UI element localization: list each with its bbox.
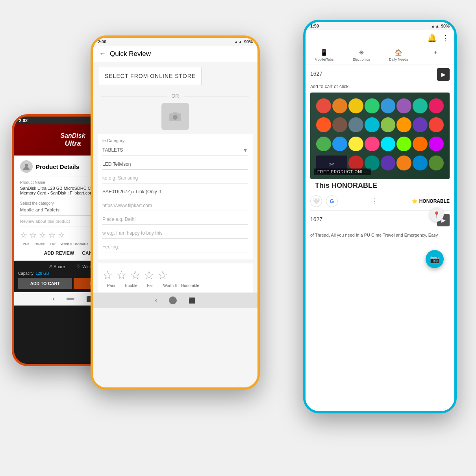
home-nav-button[interactable] (67, 298, 74, 300)
middle-star-3[interactable]: ☆ (130, 268, 141, 282)
label-worth-it: Worth It (60, 242, 72, 246)
link-url-value: https://www.flipkart.com (102, 203, 152, 208)
m-label-honorable: Honorable (181, 283, 198, 288)
middle-star-4[interactable]: ☆ (144, 268, 154, 282)
category-value: Mobile and Tablets (20, 207, 60, 212)
link-url-field[interactable]: https://www.flipkart.com (102, 200, 248, 211)
share-button[interactable]: ↗ Share (48, 264, 65, 269)
m-label-pain: Pain (102, 283, 120, 288)
product-id-2: 1627 (310, 216, 322, 222)
svg-point-0 (25, 164, 28, 167)
star-icon: ⭐ (412, 198, 418, 204)
nav-electronics[interactable]: ✳ Electronics (343, 46, 380, 65)
nav-more[interactable]: + (417, 46, 455, 65)
middle-star-labels: Pain Trouble Fair Worth It Honorable (102, 283, 248, 288)
nav-daily-needs-label: Daily Needs (389, 57, 408, 61)
star-2[interactable]: ☆ (30, 230, 37, 240)
middle-nav-bar: ‹ ⬛ (93, 293, 257, 308)
place-placeholder: Place e.g. Delhi (102, 217, 135, 222)
camera-placeholder[interactable] (161, 103, 189, 130)
nav-electronics-label: Electronics (353, 57, 370, 61)
add-to-cart-button[interactable]: ADD TO CART (18, 278, 72, 289)
category-dropdown-icon: ▼ (243, 147, 248, 153)
honorable-heading: This HONORABLE (310, 179, 450, 192)
brand-form-field[interactable]: ke e.g. Samsung (102, 173, 248, 183)
honorable-row: 🤍 G ⋮ ⭐ HONORABLE (310, 192, 450, 211)
svg-point-2 (173, 115, 178, 120)
right-battery: 90% (441, 24, 450, 28)
label-trouble: Trouble (33, 242, 45, 246)
location-pin[interactable]: 📍 (430, 207, 444, 222)
middle-stars-row: ☆ ☆ ☆ ☆ ☆ (102, 268, 248, 282)
back-arrow-button[interactable]: ← (99, 50, 106, 58)
share-icon: ↗ (48, 264, 52, 269)
send-button[interactable]: ▶ (437, 68, 450, 81)
middle-home-nav[interactable] (169, 296, 177, 304)
m-label-trouble: Trouble (122, 283, 139, 288)
label-honorable: Honorable (74, 242, 85, 246)
google-button[interactable]: G (326, 195, 338, 207)
product-image: ✂ FREE PRODUCT ONL... (310, 93, 450, 179)
scene: 1:59 ▲▲ 90% 🔔 ⋮ 📱 Mobile/Tabs ✳ Ele (0, 0, 476, 476)
add-to-cart-text: add to cart or click. (310, 84, 450, 89)
label-fair: Fair (47, 242, 59, 246)
avatar-icon (20, 160, 33, 173)
happy-text: w e.g. I am happy to buy this (102, 230, 163, 236)
nav-daily-needs[interactable]: 🏠 Daily Needs (380, 46, 417, 65)
link-form-field[interactable]: SAF016267Z) / Link (Only If (102, 187, 248, 197)
form-category-section: le Category TABLETS ▼ LED Telivison ke e… (98, 134, 253, 259)
led-value: LED Telivison (102, 161, 131, 167)
capacity-label: Capacity: (18, 271, 35, 276)
led-form-field[interactable]: LED Telivison (102, 159, 248, 170)
svg-rect-3 (173, 112, 177, 114)
feeling-text: Feeling. (102, 244, 119, 250)
select-store-button[interactable]: SELECT FROM ONLINE STORE (99, 67, 202, 85)
honorable-tag: ⭐ HONORABLE (412, 198, 450, 204)
electronics-icon: ✳ (359, 49, 364, 56)
capacity-value: 128 GB (35, 271, 49, 276)
or-divider: OR (93, 93, 257, 99)
middle-star-1[interactable]: ☆ (102, 268, 113, 282)
share-label: Share (54, 264, 65, 269)
product-id: 1627 (310, 70, 322, 77)
star-4[interactable]: ☆ (48, 230, 56, 240)
middle-star-5[interactable]: ☆ (157, 268, 168, 282)
middle-star-2[interactable]: ☆ (116, 268, 127, 282)
right-signal-icon: ▲▲ (431, 24, 439, 28)
place-form-field[interactable]: Place e.g. Delhi (102, 214, 248, 225)
left-time: 2:02 (19, 118, 28, 123)
middle-time: 2:00 (98, 39, 106, 44)
back-nav-button[interactable]: ‹ (53, 295, 55, 302)
product-card: 1627 ▶ add to cart or click. (306, 65, 454, 233)
daily-needs-icon: 🏠 (395, 49, 402, 56)
phone-right: 1:59 ▲▲ 90% 🔔 ⋮ 📱 Mobile/Tabs ✳ Ele (303, 20, 457, 413)
phone-middle: 2:00 ▲▲ 90% ← Quick Review SELECT FROM O… (91, 35, 260, 390)
modal-title: Product Details (36, 163, 79, 170)
star-3[interactable]: ☆ (39, 230, 46, 240)
category-form-field[interactable]: TABLETS ▼ (102, 144, 248, 156)
more-options[interactable]: ⋮ (371, 197, 378, 206)
m-label-worth-it: Worth It (161, 283, 179, 288)
feeling-form-field: Feeling. (102, 242, 248, 252)
happy-form-field[interactable]: w e.g. I am happy to buy this (102, 228, 248, 239)
right-header: 🔔 ⋮ (306, 30, 454, 46)
notification-icon[interactable]: 🔔 (427, 33, 437, 43)
camera-fab[interactable]: 📷 (426, 250, 444, 268)
star-5[interactable]: ☆ (58, 230, 65, 240)
middle-back-nav[interactable]: ‹ (155, 297, 157, 304)
product-desc: of Thread, All you need in a PU C me Tra… (306, 233, 454, 237)
nav-mobile-tabs[interactable]: 📱 Mobile/Tabs (306, 46, 343, 65)
middle-signal-icon: ▲▲ (234, 39, 243, 44)
add-review-button[interactable]: ADD REVIEW (44, 250, 74, 256)
right-nav: 📱 Mobile/Tabs ✳ Electronics 🏠 Daily Need… (306, 46, 454, 65)
middle-status-bar: 2:00 ▲▲ 90% (93, 38, 257, 46)
like-button[interactable]: 🤍 (310, 195, 322, 207)
heart-icon: ♡ (77, 264, 81, 269)
middle-recent-nav[interactable]: ⬛ (189, 297, 195, 304)
page-title: Quick Review (110, 50, 151, 58)
right-status-bar: 1:59 ▲▲ 90% (306, 22, 454, 30)
category-form-value: TABLETS (102, 147, 123, 153)
star-1[interactable]: ☆ (20, 230, 27, 240)
category-form-label: le Category (102, 138, 248, 143)
more-icon[interactable]: ⋮ (442, 33, 450, 43)
